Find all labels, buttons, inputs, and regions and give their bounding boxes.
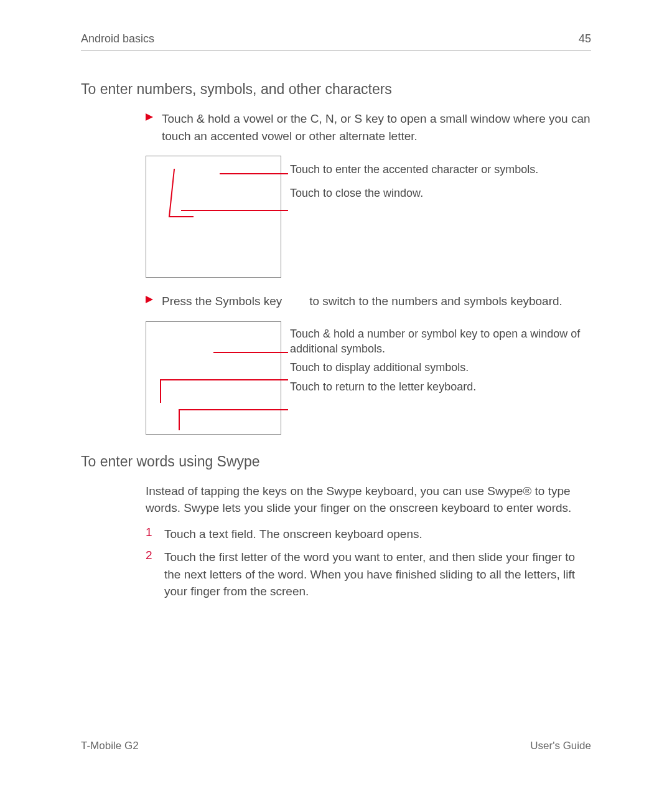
figure-1-row: Touch to enter the accented character or…	[146, 156, 591, 278]
svg-marker-1	[146, 296, 153, 303]
bullet-item-2: Press the Symbols keyto switch to the nu…	[146, 293, 591, 310]
callout-connector	[160, 379, 288, 381]
fig1-callout-2: Touch to close the window.	[290, 186, 591, 201]
fig2-callout-3: Touch to return to the letter keyboard.	[290, 379, 591, 394]
callout-connector	[179, 409, 288, 411]
step-text: Touch a text field. The onscreen keyboar…	[164, 526, 422, 543]
bullet2-pre: Press the Symbols key	[162, 295, 282, 308]
triangle-bullet-icon	[146, 112, 153, 144]
figure-1-callouts: Touch to enter the accented character or…	[281, 156, 591, 278]
figure-2-callouts: Touch & hold a number or symbol key to o…	[281, 321, 591, 435]
figure-2-row: Touch & hold a number or symbol key to o…	[146, 321, 591, 435]
figure-2-box	[146, 321, 281, 435]
step-2: 2 Touch the first letter of the word you…	[146, 549, 591, 600]
page: Android basics 45 To enter numbers, symb…	[0, 0, 672, 807]
callout-connector	[160, 379, 167, 403]
step-text: Touch the first letter of the word you w…	[164, 549, 591, 600]
bullet-text-2: Press the Symbols keyto switch to the nu…	[162, 293, 562, 310]
footer-device: T-Mobile G2	[81, 740, 139, 752]
bullet-item-1: Touch & hold a vowel or the C, N, or S k…	[146, 110, 591, 144]
swype-intro: Instead of tapping the keys on the Swype…	[146, 483, 591, 517]
step-number: 1	[146, 526, 154, 543]
step-1: 1 Touch a text field. The onscreen keybo…	[146, 526, 591, 543]
callout-connector	[179, 409, 186, 430]
step-number: 2	[146, 549, 154, 600]
bullet2-post: to switch to the numbers and symbols key…	[309, 295, 562, 308]
callout-connector	[213, 352, 288, 353]
fig2-callout-2: Touch to display additional symbols.	[290, 360, 591, 375]
figure-1-box	[146, 156, 281, 278]
footer-doc-title: User's Guide	[530, 740, 591, 752]
page-footer: T-Mobile G2 User's Guide	[81, 740, 591, 752]
section-title-numbers: To enter numbers, symbols, and other cha…	[81, 81, 591, 98]
header-section: Android basics	[81, 32, 154, 45]
svg-marker-0	[146, 113, 153, 121]
page-number: 45	[579, 32, 591, 45]
bullet-text-1: Touch & hold a vowel or the C, N, or S k…	[162, 110, 591, 144]
callout-connector	[220, 173, 288, 174]
page-header: Android basics 45	[81, 32, 591, 51]
section-title-swype: To enter words using Swype	[81, 453, 591, 470]
fig2-callout-1: Touch & hold a number or symbol key to o…	[290, 326, 591, 357]
callout-connector	[181, 210, 288, 211]
fig1-callout-1: Touch to enter the accented character or…	[290, 162, 591, 177]
triangle-bullet-icon	[146, 295, 153, 310]
